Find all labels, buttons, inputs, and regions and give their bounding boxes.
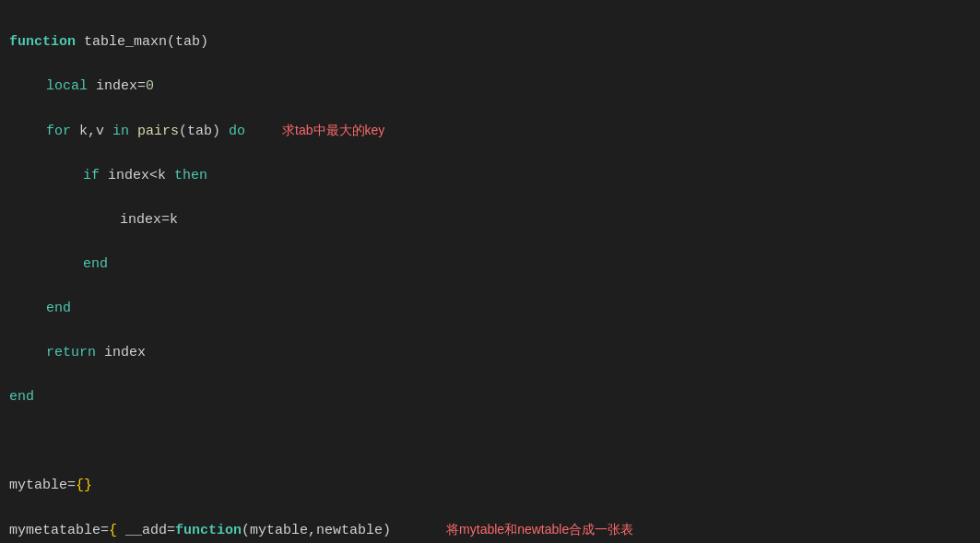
keyword-do: do: [229, 124, 245, 139]
brace-2: {: [109, 523, 117, 538]
line-1: function table_maxn(tab): [9, 31, 971, 53]
line-3: for k,v in pairs(tab) do求tab中最大的key: [9, 120, 971, 143]
keyword-for: for: [46, 124, 71, 139]
code-text: index=k: [120, 212, 178, 228]
keyword-end-3: end: [9, 389, 34, 405]
code-text: (mytable,newtable): [242, 523, 391, 538]
line-12: mymetatable={ __add=function(mytable,new…: [9, 519, 971, 542]
code-text: (tab): [179, 124, 229, 139]
keyword-function: function: [9, 34, 76, 50]
brace-1: {}: [76, 478, 92, 493]
line-7: end: [9, 298, 971, 320]
code-text: index: [96, 345, 146, 360]
keyword-if: if: [83, 168, 100, 183]
code-text: k,v: [71, 124, 112, 139]
comment-line12: 将mytable和newtable合成一张表: [446, 522, 633, 537]
keyword-function-2: function: [175, 523, 242, 538]
keyword-in: in: [112, 124, 129, 139]
line-11: mytable={}: [9, 475, 971, 497]
line-10: [9, 431, 971, 453]
line-8: return index: [9, 342, 971, 364]
line-2: local index=0: [9, 76, 971, 98]
num-0: 0: [146, 78, 154, 94]
line-9: end: [9, 386, 971, 408]
keyword-return-1: return: [46, 345, 96, 360]
keyword-then: then: [174, 168, 207, 183]
code-text: table_maxn(tab): [76, 34, 208, 50]
code-text: mytable=: [9, 478, 76, 493]
code-text: index<k: [100, 168, 174, 183]
code-text: __add=: [117, 523, 175, 538]
code-text: [129, 124, 137, 139]
keyword-end-2: end: [46, 301, 71, 316]
keyword-end-1: end: [83, 256, 108, 272]
comment-line3: 求tab中最大的key: [282, 123, 384, 137]
line-5: index=k: [9, 209, 971, 231]
code-text: mymetatable=: [9, 523, 109, 538]
line-4: if index<k then: [9, 165, 971, 187]
keyword-local: local: [46, 78, 88, 94]
code-container: function table_maxn(tab) local index=0 f…: [0, 0, 980, 543]
keyword-pairs: pairs: [137, 124, 179, 139]
code-text: index=: [88, 78, 146, 94]
line-6: end: [9, 254, 971, 276]
